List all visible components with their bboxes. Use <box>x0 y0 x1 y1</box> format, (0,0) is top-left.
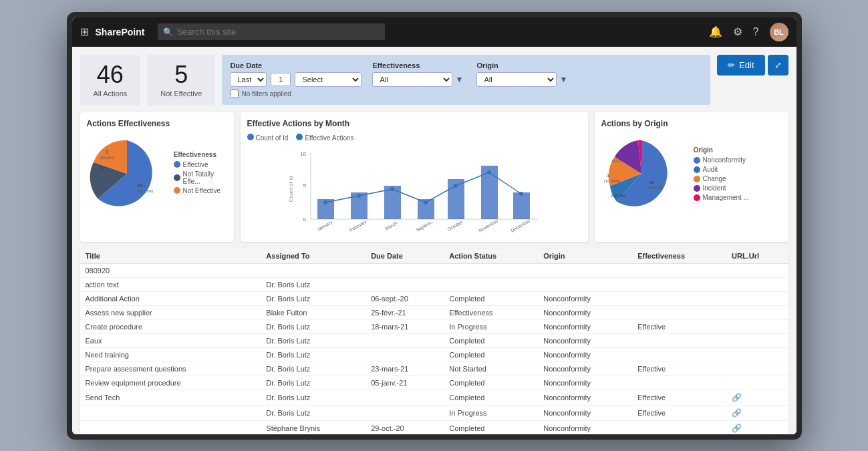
expand-button[interactable]: ⤢ <box>768 55 788 76</box>
origin-select[interactable]: All <box>476 72 557 87</box>
monthly-chart-title: Effective Actions by Month <box>247 119 581 128</box>
link-icon[interactable]: 🔗 <box>732 408 742 418</box>
origin-chart-title: Actions by Origin <box>601 119 782 128</box>
svg-text:December: December <box>510 218 531 233</box>
notifications-icon[interactable]: 🔔 <box>709 25 722 38</box>
avatar[interactable]: BL <box>770 23 788 41</box>
edit-icon: ✏ <box>728 60 735 70</box>
brand-name: SharePoint <box>96 27 145 37</box>
not-effective-stat: 5 Not Effective <box>147 55 215 106</box>
grid-icon[interactable]: ⊞ <box>80 25 89 38</box>
data-table-card: Title Assigned To Due Date Action Status… <box>80 249 788 434</box>
origin-dropdown-icon: ▼ <box>559 75 567 84</box>
edit-button[interactable]: ✏ Edit <box>717 55 764 76</box>
svg-text:5: 5 <box>303 182 306 188</box>
table-row: Review equipment procedureDr. Boris Lutz… <box>80 375 788 390</box>
svg-text:10: 10 <box>300 151 306 157</box>
table-row: Assess new supplierBlake Fulton25-févr.-… <box>80 305 788 319</box>
svg-text:November: November <box>478 218 499 233</box>
table-row: Need trainingDr. Boris LutzCompletedNonc… <box>80 347 788 361</box>
origin-legend: Origin Nonconformity Audit Change Incide… <box>694 146 749 203</box>
settings-icon[interactable]: ⚙ <box>733 25 742 38</box>
svg-point-19 <box>323 200 327 204</box>
table-row: Prepare assessment questionsDr. Boris Lu… <box>80 361 788 375</box>
charts-row: Actions Effectiveness <box>80 112 788 242</box>
origin-pie-chart: 19 (65.52%) 2 (6.9%) 3 (10.34%) 4 (13.7.… <box>601 134 688 216</box>
effectiveness-select[interactable]: All <box>372 72 452 87</box>
link-icon[interactable]: 🔗 <box>732 393 742 402</box>
effectiveness-legend: Effectiveness Effective Not Totally Effe… <box>174 151 227 196</box>
table-row: Stéphane Brynis29-oct.-20CompletedNoncon… <box>80 420 788 434</box>
col-origin: Origin <box>538 249 632 264</box>
table-row: Create procedureDr. Boris Lutz18-mars-21… <box>80 319 788 333</box>
link-icon[interactable]: 🔗 <box>732 424 742 433</box>
all-actions-label: All Actions <box>94 90 128 98</box>
help-icon[interactable]: ? <box>753 26 759 38</box>
no-filters-check[interactable] <box>230 90 239 98</box>
search-input[interactable] <box>158 23 385 40</box>
svg-text:January: January <box>316 219 333 233</box>
main-content: 46 All Actions 5 Not Effective Due Date <box>72 47 797 434</box>
table-row: Send TechDr. Boris LutzCompletedNonconfo… <box>80 390 788 405</box>
table-row: EauxDr. Boris LutzCompletedNonconformity <box>80 333 788 347</box>
url-cell <box>726 347 788 361</box>
due-date-select2[interactable]: Select <box>295 72 361 87</box>
table-row: Additional ActionDr. Boris Lutz06-sept.-… <box>80 291 788 305</box>
svg-point-24 <box>487 170 491 174</box>
effectiveness-filter: Effectiveness All ▼ <box>372 61 466 87</box>
effectiveness-pie-chart: 19 (79.17%) 2 (8.33%) 3 (12.5%) <box>87 134 167 214</box>
effectiveness-pie-card: Actions Effectiveness <box>80 112 234 242</box>
monthly-bar-chart: 10 5 0 Count of Id <box>247 146 581 233</box>
top-nav: ⊞ SharePoint 🔍 🔔 ⚙ ? BL <box>72 17 797 47</box>
url-cell <box>726 263 788 277</box>
table-row: Dr. Boris LutzIn ProgressNonconformityEf… <box>80 405 788 420</box>
url-cell: 🔗 <box>726 405 788 420</box>
col-due: Due Date <box>366 249 444 264</box>
col-assigned: Assigned To <box>261 249 366 264</box>
col-status: Action Status <box>444 249 538 264</box>
due-date-label: Due Date <box>230 61 361 69</box>
svg-point-21 <box>390 187 394 191</box>
col-effectiveness: Effectiveness <box>632 249 726 264</box>
due-date-value-input[interactable] <box>271 73 291 86</box>
svg-text:Month: Month <box>413 231 428 233</box>
svg-text:October: October <box>446 219 464 232</box>
due-date-select1[interactable]: Last <box>230 72 267 87</box>
filters-area: Due Date Last Select No <box>222 55 710 105</box>
svg-point-23 <box>454 184 458 188</box>
monthly-legend: Count of Id Effective Actions <box>247 134 581 142</box>
effectiveness-chart-title: Actions Effectiveness <box>87 119 227 128</box>
url-cell <box>726 305 788 319</box>
origin-filter: Origin All ▼ <box>476 61 570 87</box>
svg-point-25 <box>519 192 523 196</box>
svg-text:(10.34%): (10.34%) <box>604 179 620 183</box>
table-row: action textDr. Boris Lutz <box>80 277 788 291</box>
svg-text:19: 19 <box>137 183 142 188</box>
top-row: 46 All Actions 5 Not Effective Due Date <box>80 55 788 106</box>
svg-text:(8.33%): (8.33%) <box>98 172 112 176</box>
monthly-chart-card: Effective Actions by Month Count of Id E… <box>241 112 588 242</box>
svg-text:Count of Id: Count of Id <box>288 176 294 202</box>
svg-text:(65.52%): (65.52%) <box>647 186 663 190</box>
svg-text:Septem..: Septem.. <box>415 218 434 232</box>
col-title: Title <box>80 249 261 264</box>
url-cell <box>726 291 788 305</box>
no-filters-checkbox: No filters applied <box>230 90 361 98</box>
svg-text:19: 19 <box>649 180 654 184</box>
url-cell: 🔗 <box>726 420 788 434</box>
col-url: URL.Url <box>726 249 788 264</box>
svg-text:March: March <box>384 220 398 231</box>
svg-point-22 <box>424 200 428 204</box>
search-icon: 🔍 <box>163 27 173 37</box>
not-effective-label: Not Effective <box>160 90 202 98</box>
effectiveness-filter-label: Effectiveness <box>372 61 466 69</box>
origin-filter-label: Origin <box>476 61 570 69</box>
all-actions-number: 46 <box>94 63 128 87</box>
data-table: Title Assigned To Due Date Action Status… <box>80 249 788 434</box>
url-cell <box>726 375 788 390</box>
svg-text:3: 3 <box>106 150 108 154</box>
url-cell: 🔗 <box>726 390 788 405</box>
url-cell <box>726 361 788 375</box>
svg-text:February: February <box>348 218 368 232</box>
all-actions-stat: 46 All Actions <box>80 55 141 106</box>
